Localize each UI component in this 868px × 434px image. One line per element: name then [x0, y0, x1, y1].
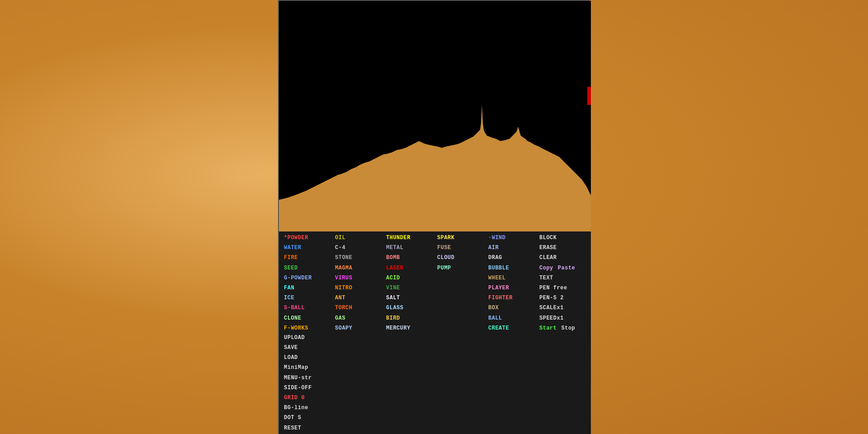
btn-text[interactable]: TEXT: [538, 274, 555, 283]
btn-wind[interactable]: ·WIND: [487, 233, 507, 243]
btn-nitro[interactable]: NITRO: [334, 283, 354, 293]
btn-fire[interactable]: FIRE: [283, 253, 299, 263]
btn-dot-s[interactable]: DOT S: [283, 413, 303, 423]
btn-thunder[interactable]: THUNDER: [385, 233, 412, 243]
element-col-7: UPLOAD SAVE LOAD MiniMap MENU-str SIDE-O…: [282, 333, 333, 433]
btn-c4[interactable]: C-4: [334, 243, 347, 253]
btn-metal[interactable]: METAL: [385, 243, 405, 253]
canvas-area[interactable]: [279, 1, 591, 231]
btn-grid[interactable]: GRID 0: [283, 393, 306, 403]
element-col-5: ·WIND AIR DRAG BUBBLE WHEEL PLAYER FIGHT…: [486, 233, 537, 333]
btn-side-off[interactable]: SIDE-OFF: [283, 383, 313, 393]
btn-bird[interactable]: BIRD: [385, 314, 401, 323]
btn-drag[interactable]: DRAG: [487, 253, 504, 263]
btn-oil[interactable]: OIL: [334, 233, 347, 243]
btn-empty-4-10: [436, 324, 442, 333]
btn-create[interactable]: CREATE: [487, 324, 510, 333]
btn-salt[interactable]: SALT: [385, 293, 401, 303]
btn-save[interactable]: SAVE: [283, 343, 299, 353]
btn-torch[interactable]: TORCH: [334, 303, 354, 313]
btn-reset[interactable]: RESET: [283, 424, 303, 433]
btn-wheel[interactable]: WHEEL: [487, 274, 507, 283]
btn-glass[interactable]: GLASS: [385, 303, 405, 313]
terrain-svg: [279, 96, 591, 231]
svg-marker-0: [279, 105, 591, 231]
btn-bomb[interactable]: BOMB: [385, 253, 401, 263]
btn-bubble[interactable]: BUBBLE: [487, 264, 510, 273]
element-col-6: BLOCK ERASE CLEAR CopyPaste TEXT PEN fre…: [537, 233, 588, 333]
element-col-2: OIL C-4 STONE MAGMA VIRUS NITRO ANT TORC…: [333, 233, 384, 333]
btn-clone[interactable]: CLONE: [283, 314, 303, 323]
btn-paste[interactable]: Paste: [557, 264, 577, 273]
btn-fworks[interactable]: F-WORKS: [283, 324, 310, 333]
btn-box[interactable]: BOX: [487, 303, 500, 313]
btn-copy[interactable]: Copy: [538, 264, 555, 273]
btn-player[interactable]: PLAYER: [487, 283, 510, 293]
btn-pen-s2[interactable]: PEN-S 2: [538, 293, 565, 303]
btn-acid[interactable]: ACID: [385, 274, 401, 283]
red-bar-indicator: [587, 87, 591, 105]
btn-fighter[interactable]: FIGHTER: [487, 293, 514, 303]
btn-soapy[interactable]: SOAPY: [334, 324, 354, 333]
btn-scalex1[interactable]: SCALEx1: [538, 303, 565, 313]
btn-menu-str[interactable]: MENU-str: [283, 373, 313, 383]
btn-empty-4-8: [436, 303, 442, 313]
btn-fan[interactable]: FAN: [283, 283, 296, 293]
btn-empty-4-5: [436, 274, 442, 283]
element-col-1: *POWDER WATER FIRE SEED G-POWDER FAN ICE…: [282, 233, 333, 333]
btn-bg-line[interactable]: BG-line: [283, 403, 310, 413]
btn-vine[interactable]: VINE: [385, 283, 401, 293]
btn-laser[interactable]: LASER: [385, 264, 405, 273]
btn-ice[interactable]: ICE: [283, 293, 296, 303]
btn-air[interactable]: AIR: [487, 243, 500, 253]
btn-pump[interactable]: PUMP: [436, 264, 453, 273]
btn-water[interactable]: WATER: [283, 243, 303, 253]
btn-ball[interactable]: BALL: [487, 314, 504, 323]
btn-fuse[interactable]: FUSE: [436, 243, 453, 253]
btn-seed[interactable]: SEED: [283, 264, 299, 273]
element-col-3: THUNDER METAL BOMB LASER ACID VINE SALT …: [384, 233, 435, 333]
controls-panel: *POWDER WATER FIRE SEED G-POWDER FAN ICE…: [279, 231, 591, 434]
btn-mercury[interactable]: MERCURY: [385, 324, 412, 333]
btn-clear[interactable]: CLEAR: [538, 253, 558, 263]
btn-load[interactable]: LOAD: [283, 353, 299, 363]
btn-powder[interactable]: *POWDER: [283, 233, 310, 243]
element-col-4: SPARK FUSE CLOUD PUMP: [435, 233, 486, 333]
btn-speedx1[interactable]: SPEEDx1: [538, 314, 565, 323]
btn-empty-4-7: [436, 293, 442, 303]
btn-ant[interactable]: ANT: [334, 293, 347, 303]
btn-gas[interactable]: GAS: [334, 314, 347, 323]
btn-magma[interactable]: MAGMA: [334, 264, 354, 273]
btn-empty-4-9: [436, 314, 442, 323]
btn-stone[interactable]: STONE: [334, 253, 354, 263]
btn-pen-free[interactable]: PEN free: [538, 283, 569, 293]
btn-cloud[interactable]: CLOUD: [436, 253, 456, 263]
btn-spark[interactable]: SPARK: [436, 233, 456, 243]
game-container: *POWDER WATER FIRE SEED G-POWDER FAN ICE…: [278, 0, 590, 434]
btn-erase[interactable]: ERASE: [538, 243, 558, 253]
btn-virus[interactable]: VIRUS: [334, 274, 354, 283]
btn-minimap[interactable]: MiniMap: [283, 363, 310, 373]
btn-sball[interactable]: S-BALL: [283, 303, 306, 313]
btn-stop[interactable]: Stop: [560, 324, 577, 333]
btn-block[interactable]: BLOCK: [538, 233, 558, 243]
btn-empty-4-6: [436, 283, 442, 293]
btn-gpowder[interactable]: G-POWDER: [283, 274, 313, 283]
btn-upload[interactable]: UPLOAD: [283, 333, 306, 343]
btn-start[interactable]: Start: [538, 324, 558, 333]
